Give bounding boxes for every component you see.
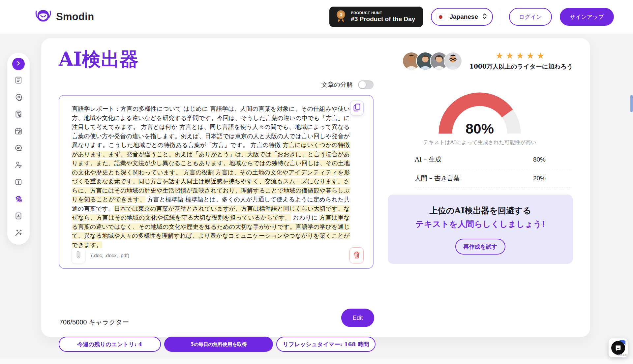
login-button[interactable]: ログイン (509, 8, 552, 26)
editor-highlight-segment: 方言にはいくつかの特徴があります。まず、発音が違うこと。例えば「ありがとう」は、… (72, 141, 350, 203)
sidebar-item-homework[interactable] (12, 126, 25, 138)
japan-flag-icon (436, 14, 445, 20)
plagiarism-check-icon (14, 110, 23, 120)
brand-name: Smodin (56, 11, 94, 23)
attachment-hint: (.doc, .docx, .pdf) (91, 253, 129, 258)
medal-icon: 3 (335, 9, 347, 25)
result-value: 80% (533, 156, 546, 163)
sidebar-item-ai-tools[interactable] (12, 227, 25, 240)
sidebar-item-plagiarism-checker[interactable] (12, 108, 25, 121)
result-label: AI – 生成 (415, 155, 441, 164)
product-hunt-badge[interactable]: 3 PRODUCT HUNT #3 Product of the Day (329, 7, 423, 27)
main-card: AI検出器 文章の分解 言語学レポート：方言の多様性について はじめに 言語学は… (41, 38, 590, 337)
chat-bubble-icon (611, 341, 625, 355)
copy-icon (353, 104, 360, 113)
ai-head-icon (14, 93, 23, 103)
scrollbar-thumb[interactable] (630, 95, 633, 112)
try-recreate-button[interactable]: 再作成を試す (455, 239, 505, 255)
notes-edit-icon (14, 127, 23, 137)
table-row: AI – 生成 80% (415, 150, 571, 169)
cta-subheading: テキストを人間らしくしましょう! (388, 219, 573, 229)
svg-text:3: 3 (340, 13, 342, 17)
table-row: 人間 – 書き言葉 20% (415, 169, 571, 188)
header: Smodin 3 PRODUCT HUNT #3 Product of the … (0, 0, 633, 34)
language-label: Japanese (449, 13, 478, 20)
sidebar-expand-button[interactable] (12, 58, 25, 70)
join-writers-text: 1000万人以上のライターに加わろう (469, 62, 573, 71)
chevron-updown-icon (482, 13, 487, 21)
trash-icon (353, 251, 360, 260)
text-editor[interactable]: 言語学レポート：方言の多様性について はじめに 言語学は、人間の言葉を対象に、そ… (59, 95, 374, 269)
brand[interactable]: Smodin (35, 9, 94, 25)
edit-button[interactable]: Edit (341, 309, 374, 327)
page-title: AI検出器 (59, 47, 138, 72)
paperclip-icon (75, 251, 81, 260)
sidebar-item-title-generator[interactable] (12, 176, 25, 189)
terms-mini-label[interactable]: 利用規約 (618, 353, 627, 357)
chat-widget-button[interactable]: 利用規約 (609, 338, 628, 357)
sidebar-item-ai-detector[interactable] (12, 193, 25, 206)
sidebar-item-grader[interactable] (12, 210, 25, 223)
get-free-uses-button[interactable]: 5の毎日の無料使用を取得 (164, 337, 273, 352)
signup-button[interactable]: サインアップ (560, 8, 614, 26)
humanize-cta-card: 上位のAI検出器を回避する テキストを人間らしくしましょう! 再作成を試す (388, 195, 573, 264)
page-bottom-strip (0, 358, 633, 364)
person-writer-icon (14, 161, 23, 170)
text-tool-icon (14, 178, 23, 188)
entries-remaining-button[interactable]: 今週の残りのエントリ: 4 (59, 337, 161, 352)
avatar (444, 52, 462, 70)
ai-score-gauge: 80% (438, 92, 521, 134)
toggle-knob (359, 81, 366, 88)
chevron-right-icon (15, 60, 22, 68)
refresh-timer-button[interactable]: リフレッシュタイマー: 168 時間 (276, 337, 376, 352)
cta-heading: 上位のAI検出器を回避する (388, 205, 573, 216)
smodin-logo-icon (35, 9, 51, 25)
gauge-caption: テキストはAIによって生成された可能性が高い (406, 139, 554, 146)
sentence-breakdown-label: 文章の分解 (321, 80, 353, 89)
sentence-breakdown-toggle[interactable] (358, 80, 374, 89)
language-selector[interactable]: Japanese (431, 8, 493, 26)
gauge-percentage: 80% (438, 121, 521, 137)
product-hunt-title: #3 Product of the Day (351, 15, 415, 23)
editor-text: 言語学レポート：方言の多様性について はじめに 言語学は、人間の言葉を対象に、そ… (72, 104, 350, 249)
social-proof: ★★★★★ 1000万人以上のライターに加わろう (402, 51, 573, 71)
result-label: 人間 – 書き言葉 (415, 174, 460, 183)
header-divider (501, 9, 501, 24)
ai-detector-fingerprint-icon (14, 195, 23, 204)
copy-button[interactable] (350, 101, 364, 115)
file-grade-icon (14, 212, 23, 222)
detection-results-table: AI – 生成 80% 人間 – 書き言葉 20% (415, 150, 571, 188)
tools-sidebar (7, 53, 30, 245)
product-hunt-eyebrow: PRODUCT HUNT (351, 11, 415, 15)
delete-text-button[interactable] (349, 247, 364, 263)
sidebar-item-rewriter[interactable] (12, 75, 25, 87)
sidebar-item-ai-writer[interactable] (12, 92, 25, 104)
sidebar-item-ai-grader[interactable] (12, 159, 25, 172)
document-lines-icon (14, 76, 23, 86)
chat-summary-icon (14, 144, 23, 154)
sidebar-item-summarizer[interactable] (12, 142, 25, 155)
character-count: 706/5000 キャラクター (59, 318, 129, 327)
avatar-group (402, 52, 462, 70)
five-star-rating: ★★★★★ (496, 51, 547, 60)
attach-file-button[interactable] (71, 248, 86, 263)
result-value: 20% (533, 175, 546, 182)
magic-wand-icon (14, 228, 23, 238)
editor-text-segment: おわりに (291, 214, 320, 221)
